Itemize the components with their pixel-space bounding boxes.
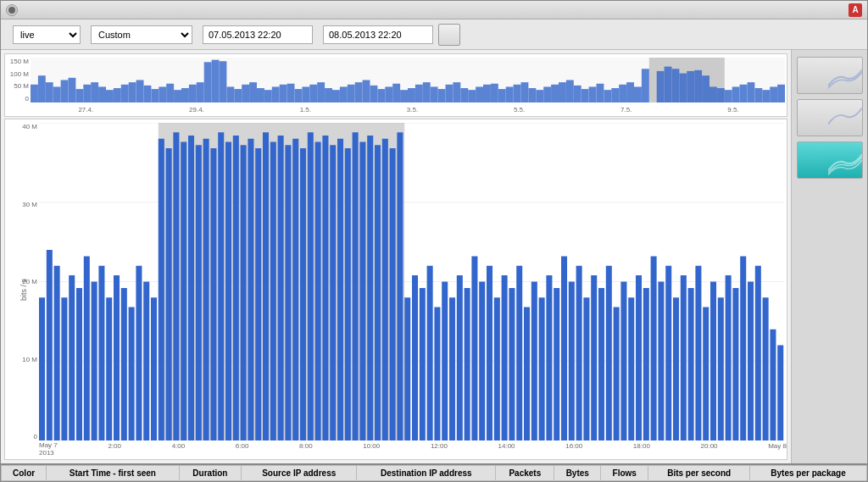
svg-rect-73 xyxy=(559,82,566,102)
svg-rect-162 xyxy=(442,282,448,441)
segment-select[interactable]: Custom xyxy=(91,25,192,44)
svg-rect-35 xyxy=(272,86,280,102)
svg-rect-108 xyxy=(39,297,45,440)
flows-button[interactable] xyxy=(797,57,863,94)
svg-rect-80 xyxy=(611,88,619,102)
svg-rect-121 xyxy=(136,266,142,440)
svg-rect-77 xyxy=(589,86,597,102)
svg-rect-150 xyxy=(353,132,359,440)
svg-rect-62 xyxy=(476,86,483,102)
svg-rect-198 xyxy=(710,282,716,441)
svg-rect-125 xyxy=(166,148,172,440)
col-header-flows: Flows xyxy=(601,466,648,481)
profile-select[interactable]: live xyxy=(13,25,81,44)
svg-rect-87 xyxy=(672,69,680,102)
col-header-duration: Duration xyxy=(179,466,242,481)
svg-rect-27 xyxy=(212,60,220,102)
svg-rect-69 xyxy=(528,88,536,102)
col-header-packets: Packets xyxy=(496,466,554,481)
svg-rect-68 xyxy=(521,82,529,102)
main-chart-svg xyxy=(39,123,785,440)
to-input[interactable] xyxy=(323,25,433,44)
main-chart-area xyxy=(39,123,785,440)
svg-rect-12 xyxy=(98,86,106,102)
svg-rect-156 xyxy=(397,132,403,440)
svg-rect-195 xyxy=(688,288,694,440)
svg-rect-94 xyxy=(725,90,732,102)
svg-rect-197 xyxy=(703,307,709,441)
svg-rect-3 xyxy=(31,85,38,102)
svg-rect-56 xyxy=(431,86,438,102)
svg-rect-114 xyxy=(84,257,90,441)
svg-rect-29 xyxy=(226,86,234,102)
svg-rect-148 xyxy=(337,139,343,440)
svg-rect-7 xyxy=(61,80,69,103)
svg-rect-173 xyxy=(524,307,530,441)
main-area: 150 M 100 M 50 M 0 xyxy=(1,50,867,463)
svg-rect-158 xyxy=(412,275,418,440)
svg-rect-25 xyxy=(197,82,204,102)
traffic-button[interactable] xyxy=(797,141,863,179)
svg-rect-193 xyxy=(673,297,679,440)
svg-rect-54 xyxy=(415,85,423,102)
svg-rect-120 xyxy=(129,307,135,441)
svg-rect-48 xyxy=(370,86,378,102)
svg-rect-163 xyxy=(449,297,455,440)
svg-rect-128 xyxy=(188,136,194,440)
main-chart-y-axis: 40 M 30 M 20 M 10 M 0 xyxy=(17,123,39,440)
svg-rect-57 xyxy=(438,89,446,102)
svg-rect-202 xyxy=(740,257,746,441)
svg-rect-88 xyxy=(679,74,687,102)
svg-rect-174 xyxy=(531,282,537,441)
svg-rect-194 xyxy=(681,275,687,440)
from-input[interactable] xyxy=(203,25,313,44)
svg-rect-30 xyxy=(234,89,242,102)
svg-rect-93 xyxy=(717,88,725,102)
svg-rect-139 xyxy=(270,142,276,441)
packets-button[interactable] xyxy=(797,99,863,136)
svg-rect-15 xyxy=(121,85,129,102)
svg-rect-16 xyxy=(129,82,136,102)
svg-rect-144 xyxy=(308,132,314,440)
set-interval-button[interactable] xyxy=(438,24,460,46)
svg-rect-155 xyxy=(390,148,396,440)
svg-rect-111 xyxy=(61,297,67,440)
svg-rect-188 xyxy=(636,275,642,440)
svg-rect-11 xyxy=(91,82,98,102)
svg-rect-91 xyxy=(702,75,709,102)
svg-rect-32 xyxy=(249,82,257,102)
svg-rect-79 xyxy=(604,90,611,102)
svg-rect-179 xyxy=(569,282,575,441)
svg-rect-123 xyxy=(151,297,157,440)
col-header-bps: Bits per second xyxy=(648,466,750,481)
svg-rect-170 xyxy=(502,275,508,440)
svg-rect-61 xyxy=(468,90,476,102)
svg-rect-191 xyxy=(658,282,664,441)
svg-rect-53 xyxy=(408,88,415,102)
svg-rect-190 xyxy=(651,257,657,441)
svg-rect-160 xyxy=(427,266,433,440)
mini-xaxis: 27.4. 29.4. 1.5. 3.5. 5.5. 7.5. 9.5. xyxy=(31,102,787,116)
main-chart-x-axis: May 72013 2:00 4:00 6:00 8:00 10:00 12:0… xyxy=(39,440,787,459)
mini-chart-area xyxy=(31,58,785,102)
svg-rect-166 xyxy=(471,257,477,441)
close-button[interactable]: A xyxy=(849,3,862,17)
svg-rect-199 xyxy=(718,297,724,440)
svg-rect-165 xyxy=(465,288,470,440)
svg-rect-47 xyxy=(363,80,370,103)
col-header-bytes: Bytes xyxy=(554,466,601,481)
svg-rect-129 xyxy=(196,145,202,440)
svg-rect-37 xyxy=(287,84,295,102)
svg-rect-167 xyxy=(479,282,485,441)
svg-rect-78 xyxy=(597,84,604,102)
svg-rect-142 xyxy=(292,139,298,440)
svg-rect-64 xyxy=(491,84,498,102)
svg-rect-22 xyxy=(174,90,181,102)
svg-rect-50 xyxy=(385,86,392,102)
svg-rect-134 xyxy=(233,136,239,440)
svg-rect-112 xyxy=(69,275,75,440)
main-window: A live Custom 150 M 100 M 50 M xyxy=(0,0,868,482)
col-header-color: Color xyxy=(2,466,47,481)
svg-rect-185 xyxy=(614,307,620,441)
svg-rect-60 xyxy=(460,88,468,102)
